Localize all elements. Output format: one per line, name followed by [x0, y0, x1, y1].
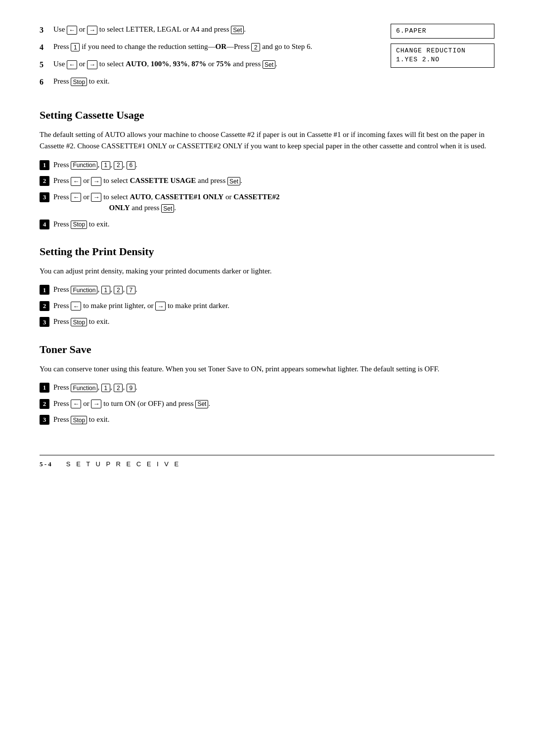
- cassette-step-3: 3 Press ← or → to select AUTO, CASSETTE#…: [40, 191, 494, 214]
- top-section: 3 Use ← or → to select LETTER, LEGAL or …: [40, 24, 494, 93]
- step-6: 6 Press Stop to exit.: [40, 76, 371, 88]
- print-density-heading: Setting the Print Density: [40, 243, 494, 260]
- stop-key-pd: Stop: [71, 318, 87, 326]
- top-steps: 3 Use ← or → to select LETTER, LEGAL or …: [40, 24, 371, 93]
- cassette-section: Setting Cassette Usage The default setti…: [40, 107, 494, 229]
- page-content: 3 Use ← or → to select LETTER, LEGAL or …: [40, 24, 494, 469]
- pd-step-1: 1 Press Function, 1, 2, 7.: [40, 284, 494, 295]
- step-4-number: 4: [40, 41, 53, 53]
- ts-step-1-content: Press Function, 1, 2, 9.: [53, 382, 494, 393]
- arrow-left-c2-icon: ←: [71, 177, 81, 186]
- cassette-step-2-content: Press ← or → to select CASSETTE USAGE an…: [53, 175, 494, 186]
- ts-step-1-number: 1: [40, 383, 49, 393]
- cassette-step-1: 1 Press Function, 1, 2, 6.: [40, 159, 494, 171]
- pd-step-3: 3 Press Stop to exit.: [40, 316, 494, 327]
- print-density-section: Setting the Print Density You can adjust…: [40, 243, 494, 327]
- pd-step-3-number: 3: [40, 317, 49, 327]
- key-1: 1: [71, 43, 80, 51]
- arrow-right-pd-icon: →: [155, 302, 166, 311]
- cassette-step-3-number: 3: [40, 192, 49, 202]
- cassette-body: The default setting of AUTO allows your …: [40, 129, 494, 152]
- cassette-step-4-number: 4: [40, 220, 49, 229]
- ts-step-1: 1 Press Function, 1, 2, 9.: [40, 382, 494, 393]
- arrow-left-ts-icon: ←: [71, 400, 81, 408]
- cassette-step-3-content: Press ← or → to select AUTO, CASSETTE#1 …: [53, 191, 494, 214]
- cassette-step-4-content: Press Stop to exit.: [53, 219, 494, 230]
- step-5-content: Use ← or → to select AUTO, 100%, 93%, 87…: [53, 58, 371, 70]
- function-key-pd: Function: [71, 286, 97, 294]
- footer-title: S E T U P R E C E I V E: [66, 459, 180, 469]
- pd-step-2-content: Press ← to make print lighter, or → to m…: [53, 300, 494, 311]
- cassette-step-1-number: 1: [40, 160, 49, 170]
- arrow-left-c3-icon: ←: [71, 193, 81, 202]
- ts-step-3: 3 Press Stop to exit.: [40, 414, 494, 425]
- step-4-content: Press 1 if you need to change the reduct…: [53, 41, 371, 52]
- toner-save-body: You can conserve toner using this featur…: [40, 363, 494, 375]
- function-key-1: Function: [71, 161, 97, 170]
- print-density-body: You can adjust print density, making you…: [40, 266, 494, 277]
- step-3-content: Use ← or → to select LETTER, LEGAL or A4…: [53, 24, 371, 35]
- set-key-c3: Set: [161, 204, 174, 213]
- ts-step-3-number: 3: [40, 415, 49, 425]
- step-5-number: 5: [40, 58, 53, 71]
- pd-step-1-content: Press Function, 1, 2, 7.: [53, 284, 494, 295]
- pd-step-3-content: Press Stop to exit.: [53, 316, 494, 327]
- arrow-right-2-icon: →: [87, 60, 97, 69]
- stop-key-c4: Stop: [71, 221, 87, 229]
- arrow-right-ts-icon: →: [91, 400, 101, 408]
- cassette-step-2-number: 2: [40, 176, 49, 186]
- toner-save-heading: Toner Save: [40, 341, 494, 357]
- key-2-pd: 2: [114, 286, 123, 294]
- cassette-heading: Setting Cassette Usage: [40, 107, 494, 123]
- ts-step-3-content: Press Stop to exit.: [53, 414, 494, 425]
- toner-save-section: Toner Save You can conserve toner using …: [40, 341, 494, 425]
- key-1-ts: 1: [101, 384, 110, 392]
- pd-step-1-number: 1: [40, 285, 49, 295]
- key-2: 2: [251, 43, 260, 51]
- arrow-right-c3-icon: →: [91, 193, 101, 202]
- arrow-left-pd-icon: ←: [71, 302, 81, 311]
- cassette-step-4: 4 Press Stop to exit.: [40, 219, 494, 230]
- key-1-pd: 1: [101, 286, 110, 294]
- set-key-2: Set: [263, 60, 275, 69]
- cassette-step-1-content: Press Function, 1, 2, 6.: [53, 159, 494, 171]
- function-key-ts: Function: [71, 384, 97, 392]
- top-displays: 6.PAPER CHANGE REDUCTION 1.YES 2.NO: [391, 24, 494, 93]
- lcd-display-1: 6.PAPER: [391, 24, 494, 39]
- key-2-ts: 2: [114, 384, 123, 392]
- arrow-right-icon: →: [87, 26, 97, 35]
- ts-step-2-number: 2: [40, 399, 49, 409]
- stop-key: Stop: [71, 78, 87, 86]
- step-6-number: 6: [40, 76, 53, 88]
- arrow-left-2-icon: ←: [67, 60, 77, 69]
- step-5: 5 Use ← or → to select AUTO, 100%, 93%, …: [40, 58, 371, 71]
- footer-page-number: 5 - 4: [40, 459, 51, 469]
- lcd-display-2: CHANGE REDUCTION 1.YES 2.NO: [391, 44, 494, 67]
- key-9-ts: 9: [127, 384, 135, 392]
- key-6a: 6: [127, 161, 135, 170]
- arrow-left-icon: ←: [67, 26, 77, 35]
- key-7-pd: 7: [127, 286, 135, 294]
- key-1a: 1: [101, 161, 110, 170]
- set-key-ts: Set: [195, 400, 208, 408]
- ts-step-2: 2 Press ← or → to turn ON (or OFF) and p…: [40, 398, 494, 409]
- cassette-step-2: 2 Press ← or → to select CASSETTE USAGE …: [40, 175, 494, 186]
- step-6-content: Press Stop to exit.: [53, 76, 371, 87]
- step-3-number: 3: [40, 24, 53, 36]
- set-key-c2: Set: [227, 177, 240, 185]
- pd-step-2-number: 2: [40, 301, 49, 311]
- pd-step-2: 2 Press ← to make print lighter, or → to…: [40, 300, 494, 311]
- key-2a: 2: [114, 161, 123, 170]
- ts-step-2-content: Press ← or → to turn ON (or OFF) and pre…: [53, 398, 494, 409]
- arrow-right-c2-icon: →: [91, 177, 101, 186]
- set-key: Set: [231, 26, 244, 34]
- page-footer: 5 - 4 S E T U P R E C E I V E: [40, 455, 494, 469]
- stop-key-ts: Stop: [71, 416, 87, 424]
- step-3: 3 Use ← or → to select LETTER, LEGAL or …: [40, 24, 371, 36]
- step-4: 4 Press 1 if you need to change the redu…: [40, 41, 371, 53]
